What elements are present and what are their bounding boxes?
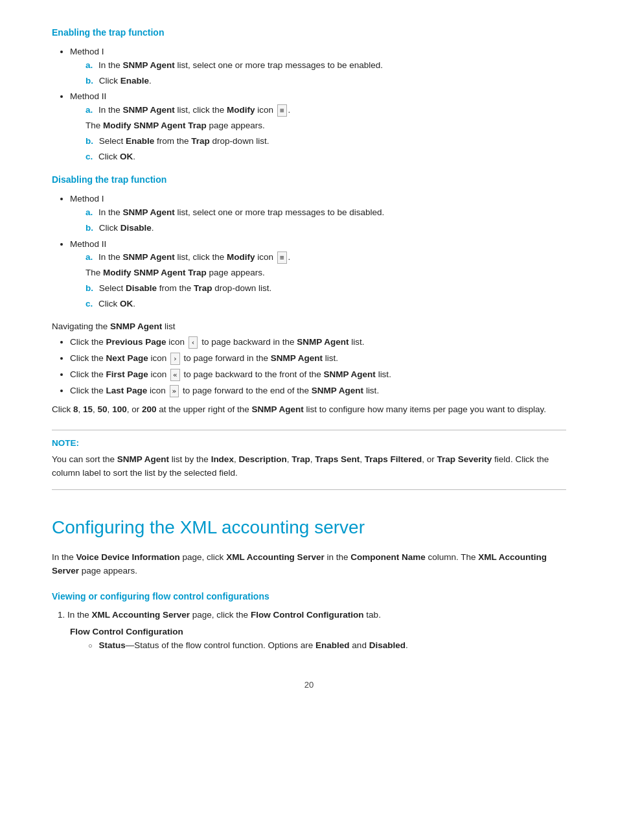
nav-next-item: Click the Next Page icon › to page forwa… [70,352,566,366]
dis-step-c-label: c. [86,299,93,309]
step-c-label: c. [86,152,93,161]
flow-control-label: Flow Control Configuration [70,625,566,639]
enabling-method2-step-a: a. In the SNMP Agent list, click the Mod… [86,104,566,133]
nav-list: Click the Previous Page icon ‹ to page b… [70,336,566,398]
disabling-heading: Disabling the trap function [52,173,566,187]
click-para: Click 8, 15, 50, 100, or 200 at the uppe… [52,403,566,417]
status-item: Status—Status of the flow control functi… [88,639,566,653]
viewing-heading: Viewing or configuring flow control conf… [52,590,566,604]
first-page-icon: « [170,369,180,381]
page-number: 20 [52,679,566,692]
step-b2-label: b. [86,136,93,146]
enabling-method2-step-b: b. Select Enable from the Trap drop-down… [86,135,566,148]
note-label: NOTE: [52,437,566,450]
enabling-method1-item: Method I a. In the SNMP Agent list, sele… [70,45,566,88]
enabling-heading: Enabling the trap function [52,26,566,40]
disabling-method1-step-b: b. Click Disable. [86,222,566,235]
disabling-method1-step-a: a. In the SNMP Agent list, select one or… [86,206,566,220]
enabling-method2-item: Method II a. In the SNMP Agent list, cli… [70,90,566,164]
xml-accounting-heading: Configuring the XML accounting server [52,513,566,541]
viewing-section: Viewing or configuring flow control conf… [52,590,566,653]
disabling-method2-step-a: a. In the SNMP Agent list, click the Mod… [86,251,566,280]
disabling-method2-step-c: c. Click OK. [86,298,566,311]
enabling-method1-steps: a. In the SNMP Agent list, select one or… [86,59,566,88]
dis-modify-icon: ≡ [277,251,287,264]
step-b-label: b. [86,76,93,86]
enabling-method1-label: Method I [70,47,104,56]
enabling-method1-step-a: a. In the SNMP Agent list, select one or… [86,59,566,73]
disabling-method1-item: Method I a. In the SNMP Agent list, sele… [70,192,566,235]
nav-section: Navigating the SNMP Agent list Click the… [52,320,566,417]
modify-icon: ≡ [277,104,287,117]
note-text: You can sort the SNMP Agent list by the … [52,453,566,480]
nav-first-item: Click the First Page icon « to page back… [70,368,566,382]
nav-intro: Navigating the SNMP Agent list [52,320,566,334]
dis-step-a-label: a. [86,207,93,217]
disabling-method2-label: Method II [70,239,106,249]
note-box: NOTE: You can sort the SNMP Agent list b… [52,430,566,491]
dis-modify-page-appears: The Modify SNMP Agent Trap page appears. [86,266,566,280]
prev-page-icon: ‹ [189,336,198,349]
disabling-method1-label: Method I [70,194,104,204]
disabling-method1-steps: a. In the SNMP Agent list, select one or… [86,206,566,235]
enabling-method2-steps: a. In the SNMP Agent list, click the Mod… [86,104,566,164]
disabling-method2-step-b: b. Select Disable from the Trap drop-dow… [86,282,566,296]
modify-page-appears: The Modify SNMP Agent Trap page appears. [86,119,566,133]
dis-step-b-label: b. [86,223,93,233]
dis-step-b2-label: b. [86,283,93,293]
last-page-icon: » [170,385,179,397]
viewing-step1: In the XML Accounting Server page, click… [67,609,566,653]
xml-intro-text: In the Voice Device Information page, cl… [52,551,566,578]
step-a-label: a. [86,60,93,70]
enabling-section: Enabling the trap function Method I a. I… [52,26,566,164]
next-page-icon: › [170,353,180,365]
viewing-steps: In the XML Accounting Server page, click… [67,609,566,653]
step-a2-label: a. [86,105,93,115]
disabling-method2-steps: a. In the SNMP Agent list, click the Mod… [86,251,566,311]
disabling-methods-list: Method I a. In the SNMP Agent list, sele… [70,192,566,311]
enabling-method2-step-c: c. Click OK. [86,150,566,164]
disabling-section: Disabling the trap function Method I a. … [52,173,566,311]
enabling-methods-list: Method I a. In the SNMP Agent list, sele… [70,45,566,164]
dis-step-a2-label: a. [86,252,93,262]
enabling-method2-label: Method II [70,91,106,101]
disabling-method2-item: Method II a. In the SNMP Agent list, cli… [70,238,566,312]
nav-last-item: Click the Last Page icon » to page forwa… [70,384,566,398]
nav-prev-item: Click the Previous Page icon ‹ to page b… [70,336,566,349]
flow-control-items: Status—Status of the flow control functi… [88,639,566,653]
enabling-method1-step-b: b. Click Enable. [86,75,566,88]
